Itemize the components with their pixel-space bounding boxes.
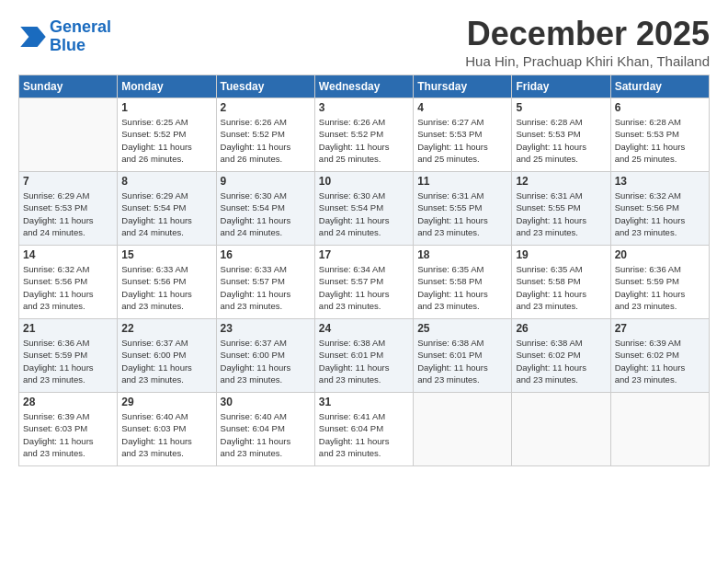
day-info: Sunrise: 6:34 AM Sunset: 5:57 PM Dayligh… [319, 263, 409, 312]
calendar-cell: 3Sunrise: 6:26 AM Sunset: 5:52 PM Daylig… [314, 98, 413, 172]
day-number: 18 [417, 248, 507, 261]
week-row-3: 14Sunrise: 6:32 AM Sunset: 5:56 PM Dayli… [19, 246, 710, 319]
day-info: Sunrise: 6:26 AM Sunset: 5:52 PM Dayligh… [319, 116, 409, 165]
calendar-cell: 28Sunrise: 6:39 AM Sunset: 6:03 PM Dayli… [19, 393, 118, 466]
day-info: Sunrise: 6:39 AM Sunset: 6:03 PM Dayligh… [23, 410, 113, 459]
calendar-cell: 22Sunrise: 6:37 AM Sunset: 6:00 PM Dayli… [118, 319, 216, 393]
col-thursday: Thursday [414, 75, 512, 98]
day-number: 7 [23, 175, 113, 188]
day-number: 4 [417, 101, 507, 114]
day-info: Sunrise: 6:26 AM Sunset: 5:52 PM Dayligh… [221, 116, 311, 165]
calendar-cell [610, 393, 709, 466]
day-number: 22 [121, 322, 211, 335]
logo: General Blue [18, 18, 111, 55]
col-saturday: Saturday [610, 75, 709, 98]
calendar-cell: 25Sunrise: 6:38 AM Sunset: 6:01 PM Dayli… [414, 319, 512, 393]
calendar-cell: 29Sunrise: 6:40 AM Sunset: 6:03 PM Dayli… [118, 393, 216, 466]
day-number: 13 [615, 175, 705, 188]
week-row-5: 28Sunrise: 6:39 AM Sunset: 6:03 PM Dayli… [19, 393, 710, 466]
day-info: Sunrise: 6:25 AM Sunset: 5:52 PM Dayligh… [121, 116, 211, 165]
day-info: Sunrise: 6:32 AM Sunset: 5:56 PM Dayligh… [615, 190, 705, 238]
calendar-cell: 30Sunrise: 6:40 AM Sunset: 6:04 PM Dayli… [216, 393, 314, 466]
day-number: 10 [319, 175, 409, 188]
day-number: 26 [516, 322, 606, 335]
day-number: 16 [221, 248, 311, 261]
day-info: Sunrise: 6:31 AM Sunset: 5:55 PM Dayligh… [417, 190, 507, 238]
title-block: December 2025 Hua Hin, Prachuap Khiri Kh… [465, 15, 710, 69]
day-info: Sunrise: 6:38 AM Sunset: 6:02 PM Dayligh… [516, 337, 606, 385]
col-friday: Friday [512, 75, 610, 98]
calendar-cell: 13Sunrise: 6:32 AM Sunset: 5:56 PM Dayli… [610, 172, 709, 246]
day-info: Sunrise: 6:35 AM Sunset: 5:58 PM Dayligh… [516, 263, 606, 312]
calendar-cell: 1Sunrise: 6:25 AM Sunset: 5:52 PM Daylig… [118, 98, 216, 172]
day-number: 8 [121, 175, 211, 188]
col-wednesday: Wednesday [314, 75, 413, 98]
day-number: 28 [23, 396, 113, 408]
day-number: 19 [516, 248, 606, 261]
calendar-cell: 8Sunrise: 6:29 AM Sunset: 5:54 PM Daylig… [118, 172, 216, 246]
calendar-cell: 4Sunrise: 6:27 AM Sunset: 5:53 PM Daylig… [414, 98, 512, 172]
day-number: 31 [319, 396, 409, 408]
day-info: Sunrise: 6:33 AM Sunset: 5:57 PM Dayligh… [221, 263, 311, 312]
day-info: Sunrise: 6:31 AM Sunset: 5:55 PM Dayligh… [516, 190, 606, 238]
calendar-cell: 15Sunrise: 6:33 AM Sunset: 5:56 PM Dayli… [118, 246, 216, 319]
day-info: Sunrise: 6:28 AM Sunset: 5:53 PM Dayligh… [516, 116, 606, 165]
day-number: 20 [615, 248, 705, 261]
calendar-cell: 31Sunrise: 6:41 AM Sunset: 6:04 PM Dayli… [314, 393, 413, 466]
day-info: Sunrise: 6:37 AM Sunset: 6:00 PM Dayligh… [221, 337, 311, 385]
calendar-cell: 12Sunrise: 6:31 AM Sunset: 5:55 PM Dayli… [512, 172, 610, 246]
calendar-cell: 14Sunrise: 6:32 AM Sunset: 5:56 PM Dayli… [19, 246, 118, 319]
svg-marker-0 [20, 27, 46, 47]
day-info: Sunrise: 6:40 AM Sunset: 6:03 PM Dayligh… [121, 410, 211, 459]
calendar-cell: 27Sunrise: 6:39 AM Sunset: 6:02 PM Dayli… [610, 319, 709, 393]
week-row-1: 1Sunrise: 6:25 AM Sunset: 5:52 PM Daylig… [19, 98, 710, 172]
day-number: 24 [319, 322, 409, 335]
day-info: Sunrise: 6:37 AM Sunset: 6:00 PM Dayligh… [121, 337, 211, 385]
day-info: Sunrise: 6:38 AM Sunset: 6:01 PM Dayligh… [319, 337, 409, 385]
month-title: December 2025 [465, 15, 710, 53]
col-sunday: Sunday [19, 75, 118, 98]
day-info: Sunrise: 6:40 AM Sunset: 6:04 PM Dayligh… [221, 410, 311, 459]
day-info: Sunrise: 6:35 AM Sunset: 5:58 PM Dayligh… [417, 263, 507, 312]
day-info: Sunrise: 6:27 AM Sunset: 5:53 PM Dayligh… [417, 116, 507, 165]
location-title: Hua Hin, Prachuap Khiri Khan, Thailand [465, 53, 710, 69]
calendar-cell: 24Sunrise: 6:38 AM Sunset: 6:01 PM Dayli… [314, 319, 413, 393]
calendar-cell: 26Sunrise: 6:38 AM Sunset: 6:02 PM Dayli… [512, 319, 610, 393]
calendar-cell: 5Sunrise: 6:28 AM Sunset: 5:53 PM Daylig… [512, 98, 610, 172]
day-number: 12 [516, 175, 606, 188]
header-row: Sunday Monday Tuesday Wednesday Thursday… [19, 75, 710, 98]
day-number: 2 [221, 101, 311, 114]
day-number: 11 [417, 175, 507, 188]
day-number: 25 [417, 322, 507, 335]
day-number: 5 [516, 101, 606, 114]
calendar-cell: 9Sunrise: 6:30 AM Sunset: 5:54 PM Daylig… [216, 172, 314, 246]
calendar-cell: 10Sunrise: 6:30 AM Sunset: 5:54 PM Dayli… [314, 172, 413, 246]
day-number: 1 [121, 101, 211, 114]
col-tuesday: Tuesday [216, 75, 314, 98]
calendar-cell: 18Sunrise: 6:35 AM Sunset: 5:58 PM Dayli… [414, 246, 512, 319]
day-number: 23 [221, 322, 311, 335]
calendar-table: Sunday Monday Tuesday Wednesday Thursday… [18, 75, 710, 466]
day-number: 14 [23, 248, 113, 261]
day-info: Sunrise: 6:33 AM Sunset: 5:56 PM Dayligh… [121, 263, 211, 312]
week-row-2: 7Sunrise: 6:29 AM Sunset: 5:53 PM Daylig… [19, 172, 710, 246]
day-number: 9 [221, 175, 311, 188]
day-info: Sunrise: 6:36 AM Sunset: 5:59 PM Dayligh… [23, 337, 113, 385]
day-number: 17 [319, 248, 409, 261]
logo-icon [20, 27, 46, 47]
day-info: Sunrise: 6:36 AM Sunset: 5:59 PM Dayligh… [615, 263, 705, 312]
day-info: Sunrise: 6:32 AM Sunset: 5:56 PM Dayligh… [23, 263, 113, 312]
header: General Blue December 2025 Hua Hin, Prac… [18, 15, 710, 69]
calendar-cell: 17Sunrise: 6:34 AM Sunset: 5:57 PM Dayli… [314, 246, 413, 319]
day-number: 30 [221, 396, 311, 408]
page: General Blue December 2025 Hua Hin, Prac… [0, 0, 728, 563]
calendar-cell: 21Sunrise: 6:36 AM Sunset: 5:59 PM Dayli… [19, 319, 118, 393]
calendar-cell: 6Sunrise: 6:28 AM Sunset: 5:53 PM Daylig… [610, 98, 709, 172]
day-number: 15 [121, 248, 211, 261]
day-number: 21 [23, 322, 113, 335]
day-info: Sunrise: 6:30 AM Sunset: 5:54 PM Dayligh… [319, 190, 409, 238]
calendar-cell: 2Sunrise: 6:26 AM Sunset: 5:52 PM Daylig… [216, 98, 314, 172]
logo-text-line1: General [50, 18, 111, 37]
calendar-cell: 11Sunrise: 6:31 AM Sunset: 5:55 PM Dayli… [414, 172, 512, 246]
day-info: Sunrise: 6:38 AM Sunset: 6:01 PM Dayligh… [417, 337, 507, 385]
